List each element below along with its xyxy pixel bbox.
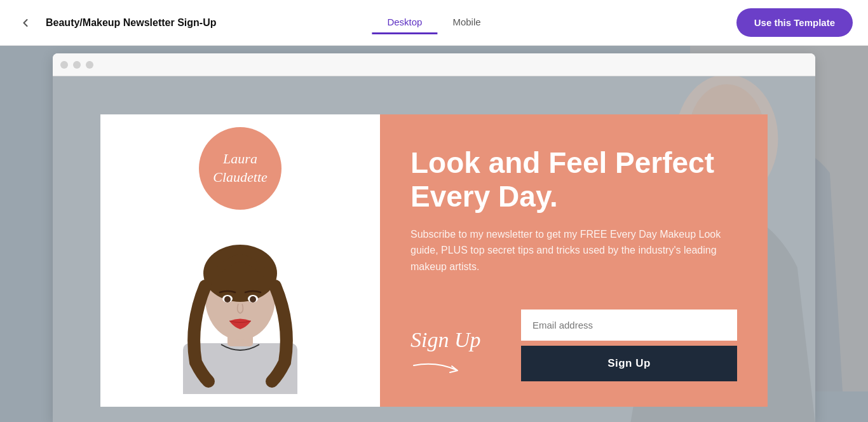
- main-card: Laura Claudette: [100, 114, 768, 407]
- right-panel-content: Look and Feel Perfect Every Day. Subscri…: [410, 146, 737, 293]
- tab-bar: Desktop Mobile: [372, 11, 496, 34]
- woman-photo: [145, 222, 336, 394]
- woman-photo-svg: [145, 222, 336, 394]
- tab-desktop[interactable]: Desktop: [372, 11, 437, 34]
- topbar: Beauty/Makeup Newsletter Sign-Up Desktop…: [0, 0, 868, 46]
- headline: Look and Feel Perfect Every Day.: [410, 146, 737, 214]
- svg-point-13: [224, 296, 231, 303]
- email-input[interactable]: [521, 310, 737, 341]
- svg-point-14: [250, 296, 256, 303]
- browser-dot-3: [86, 61, 93, 69]
- preview-area: Laura Claudette: [0, 46, 868, 422]
- template-content: Laura Claudette: [53, 76, 815, 422]
- logo-circle: Laura Claudette: [199, 127, 281, 210]
- back-button[interactable]: [15, 13, 36, 33]
- logo-text: Laura Claudette: [213, 150, 268, 186]
- signup-form: Sign Up: [521, 310, 737, 381]
- signup-button[interactable]: Sign Up: [521, 346, 737, 381]
- browser-dot-2: [73, 61, 81, 69]
- right-panel: Look and Feel Perfect Every Day. Subscri…: [380, 114, 768, 407]
- browser-dot-1: [60, 61, 68, 69]
- script-signup: Sign Up: [410, 327, 481, 381]
- signup-arrow-icon: [410, 356, 461, 375]
- subtext: Subscribe to my newsletter to get my FRE…: [410, 226, 737, 275]
- bottom-area: Sign Up Sign Up: [410, 310, 737, 381]
- browser-chrome: [53, 53, 815, 76]
- back-arrow-icon: [19, 17, 32, 29]
- topbar-left: Beauty/Makeup Newsletter Sign-Up: [15, 13, 217, 33]
- tab-mobile[interactable]: Mobile: [437, 11, 496, 34]
- page-title: Beauty/Makeup Newsletter Sign-Up: [46, 17, 217, 29]
- browser-window: Laura Claudette: [53, 53, 815, 422]
- left-panel: Laura Claudette: [100, 114, 380, 407]
- use-template-button[interactable]: Use this Template: [736, 8, 853, 37]
